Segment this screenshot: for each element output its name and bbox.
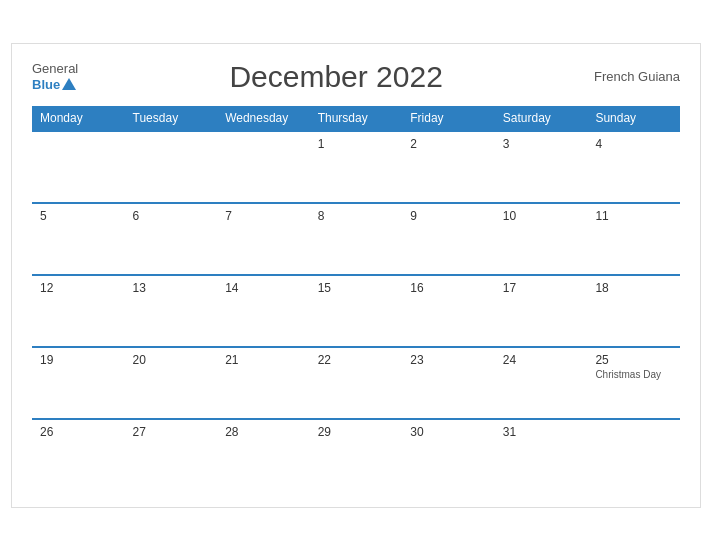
day-number: 17 xyxy=(503,281,580,295)
day-number: 2 xyxy=(410,137,487,151)
week-row-4: 19202122232425Christmas Day xyxy=(32,347,680,419)
col-header-tuesday: Tuesday xyxy=(125,106,218,131)
day-cell: 28 xyxy=(217,419,310,491)
day-number: 24 xyxy=(503,353,580,367)
week-row-3: 12131415161718 xyxy=(32,275,680,347)
day-cell: 24 xyxy=(495,347,588,419)
day-cell: 7 xyxy=(217,203,310,275)
calendar-table: MondayTuesdayWednesdayThursdayFridaySatu… xyxy=(32,106,680,491)
day-cell: 12 xyxy=(32,275,125,347)
region-label: French Guiana xyxy=(594,69,680,84)
day-cell xyxy=(217,131,310,203)
day-cell: 27 xyxy=(125,419,218,491)
col-header-friday: Friday xyxy=(402,106,495,131)
day-number: 31 xyxy=(503,425,580,439)
holiday-label: Christmas Day xyxy=(595,369,672,380)
logo-triangle-icon xyxy=(62,78,76,90)
day-cell: 30 xyxy=(402,419,495,491)
day-cell: 9 xyxy=(402,203,495,275)
day-number: 20 xyxy=(133,353,210,367)
day-number: 6 xyxy=(133,209,210,223)
day-number: 18 xyxy=(595,281,672,295)
day-number: 9 xyxy=(410,209,487,223)
day-cell xyxy=(587,419,680,491)
col-header-sunday: Sunday xyxy=(587,106,680,131)
day-cell: 19 xyxy=(32,347,125,419)
col-header-monday: Monday xyxy=(32,106,125,131)
logo: General Blue xyxy=(32,61,78,92)
week-row-2: 567891011 xyxy=(32,203,680,275)
day-cell: 25Christmas Day xyxy=(587,347,680,419)
col-header-saturday: Saturday xyxy=(495,106,588,131)
day-cell: 26 xyxy=(32,419,125,491)
day-number: 14 xyxy=(225,281,302,295)
col-header-thursday: Thursday xyxy=(310,106,403,131)
week-row-1: 1234 xyxy=(32,131,680,203)
day-number: 7 xyxy=(225,209,302,223)
day-number: 11 xyxy=(595,209,672,223)
day-number: 8 xyxy=(318,209,395,223)
day-cell: 4 xyxy=(587,131,680,203)
day-cell: 8 xyxy=(310,203,403,275)
day-number: 21 xyxy=(225,353,302,367)
day-number: 4 xyxy=(595,137,672,151)
day-number: 16 xyxy=(410,281,487,295)
day-number: 27 xyxy=(133,425,210,439)
calendar-wrapper: General Blue December 2022 French Guiana… xyxy=(11,43,701,508)
day-cell xyxy=(32,131,125,203)
day-cell: 6 xyxy=(125,203,218,275)
day-cell: 5 xyxy=(32,203,125,275)
logo-blue-text: Blue xyxy=(32,77,76,93)
day-number: 13 xyxy=(133,281,210,295)
day-cell: 29 xyxy=(310,419,403,491)
day-cell: 15 xyxy=(310,275,403,347)
day-number: 30 xyxy=(410,425,487,439)
day-cell: 17 xyxy=(495,275,588,347)
week-row-5: 262728293031 xyxy=(32,419,680,491)
day-cell: 2 xyxy=(402,131,495,203)
day-cell: 13 xyxy=(125,275,218,347)
calendar-header-row: MondayTuesdayWednesdayThursdayFridaySatu… xyxy=(32,106,680,131)
day-cell: 14 xyxy=(217,275,310,347)
day-number: 5 xyxy=(40,209,117,223)
col-header-wednesday: Wednesday xyxy=(217,106,310,131)
day-cell: 31 xyxy=(495,419,588,491)
day-cell: 22 xyxy=(310,347,403,419)
day-number: 29 xyxy=(318,425,395,439)
day-cell xyxy=(125,131,218,203)
logo-general-text: General xyxy=(32,61,78,77)
day-number: 10 xyxy=(503,209,580,223)
day-cell: 1 xyxy=(310,131,403,203)
day-number: 26 xyxy=(40,425,117,439)
day-cell: 16 xyxy=(402,275,495,347)
day-cell: 18 xyxy=(587,275,680,347)
day-number: 15 xyxy=(318,281,395,295)
day-cell: 21 xyxy=(217,347,310,419)
calendar-header: General Blue December 2022 French Guiana xyxy=(32,60,680,94)
day-cell: 3 xyxy=(495,131,588,203)
day-number: 1 xyxy=(318,137,395,151)
day-cell: 23 xyxy=(402,347,495,419)
day-cell: 11 xyxy=(587,203,680,275)
day-number: 22 xyxy=(318,353,395,367)
month-title: December 2022 xyxy=(229,60,442,94)
day-number: 3 xyxy=(503,137,580,151)
day-number: 19 xyxy=(40,353,117,367)
day-cell: 20 xyxy=(125,347,218,419)
day-number: 12 xyxy=(40,281,117,295)
day-number: 23 xyxy=(410,353,487,367)
day-cell: 10 xyxy=(495,203,588,275)
day-number: 28 xyxy=(225,425,302,439)
day-number: 25 xyxy=(595,353,672,367)
